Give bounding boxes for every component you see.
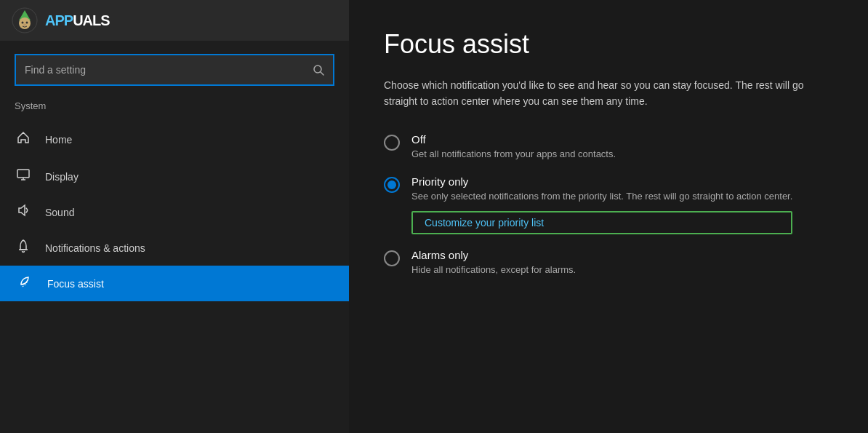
customize-priority-link[interactable]: Customize your priority list: [411, 211, 792, 234]
system-label: System: [0, 95, 349, 117]
sidebar: APPUALS System Home: [0, 0, 349, 433]
nav-home[interactable]: Home: [0, 120, 349, 159]
nav-sound[interactable]: Sound: [0, 194, 349, 230]
option-priority-desc: See only selected notifications from the…: [411, 189, 792, 204]
focus-assist-label: Focus assist: [47, 278, 104, 290]
notifications-label: Notifications & actions: [45, 242, 145, 254]
search-button[interactable]: [313, 64, 324, 76]
nav-focus-assist[interactable]: Focus assist: [0, 266, 349, 301]
logo-icon: [12, 7, 38, 33]
radio-priority[interactable]: [384, 177, 400, 193]
search-box: [15, 54, 334, 86]
logo-area: APPUALS: [12, 7, 110, 33]
radio-priority-wrapper: [384, 177, 400, 193]
sound-icon: [15, 203, 32, 221]
home-icon: [15, 130, 32, 148]
option-priority-text: Priority only See only selected notifica…: [411, 175, 792, 234]
radio-alarms[interactable]: [384, 250, 400, 266]
search-container: [15, 54, 334, 86]
page-description: Choose which notification you'd like to …: [384, 77, 833, 110]
sidebar-header: APPUALS: [0, 0, 349, 41]
search-input[interactable]: [25, 64, 313, 76]
radio-off-wrapper: [384, 135, 400, 151]
home-label: Home: [45, 134, 72, 146]
option-priority-only: Priority only See only selected notifica…: [384, 175, 833, 234]
svg-rect-8: [17, 170, 29, 178]
nav-display[interactable]: Display: [0, 159, 349, 194]
option-off-label: Off: [411, 133, 616, 146]
nav-notifications[interactable]: Notifications & actions: [0, 230, 349, 266]
svg-point-3: [22, 22, 24, 24]
sound-label: Sound: [45, 207, 74, 218]
main-content: Focus assist Choose which notification y…: [349, 0, 868, 433]
option-alarms-desc: Hide all notifications, except for alarm…: [411, 263, 576, 277]
display-icon: [15, 167, 32, 186]
focus-assist-icon: [17, 274, 34, 293]
page-title: Focus assist: [384, 29, 833, 60]
options-group: Off Get all notifications from your apps…: [384, 133, 833, 277]
option-off-text: Off Get all notifications from your apps…: [411, 133, 616, 162]
option-alarms-text: Alarms only Hide all notifications, exce…: [411, 249, 576, 277]
display-label: Display: [45, 171, 79, 183]
svg-point-4: [26, 22, 28, 24]
option-off-desc: Get all notifications from your apps and…: [411, 147, 616, 162]
notifications-icon: [15, 239, 32, 257]
option-off: Off Get all notifications from your apps…: [384, 133, 833, 162]
option-priority-label: Priority only: [411, 175, 792, 188]
app-title: APPUALS: [45, 12, 110, 29]
svg-point-5: [23, 24, 26, 26]
radio-off[interactable]: [384, 135, 400, 151]
radio-alarms-wrapper: [384, 250, 400, 266]
svg-line-7: [321, 72, 324, 75]
option-alarms-only: Alarms only Hide all notifications, exce…: [384, 249, 833, 277]
option-alarms-label: Alarms only: [411, 249, 576, 261]
